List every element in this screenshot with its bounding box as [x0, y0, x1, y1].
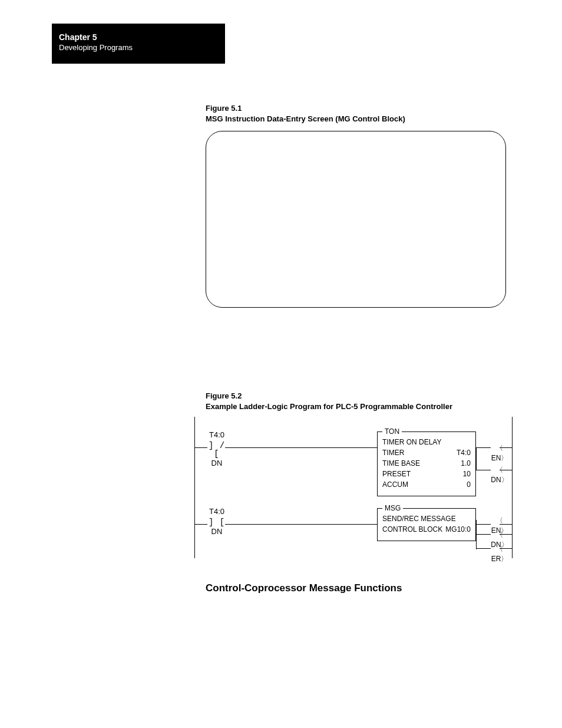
contact-bit: DN	[206, 528, 227, 536]
rung2-branch-vertical	[476, 520, 477, 549]
figure2-caption: Figure 5.2 Example Ladder-Logic Program …	[206, 391, 452, 412]
rung1-wire	[194, 447, 207, 448]
rung2-wire	[194, 524, 207, 525]
block-title: TON	[382, 427, 402, 436]
ton-instruction-block: TON TIMER ON DELAY TIMERT4:0 TIME BASE1.…	[377, 431, 476, 496]
en-output-coil: 〈 EN〉	[489, 443, 510, 463]
block-row: SEND/REC MESSAGE	[378, 513, 475, 524]
rung1-xio-contact: T4:0 ] / [ DN	[206, 431, 227, 467]
rung2-wire	[225, 524, 377, 525]
chapter-title: Developing Programs	[59, 42, 218, 53]
left-power-rail	[194, 417, 195, 558]
block-row: TIMERT4:0	[378, 447, 475, 458]
page: Chapter 5 Developing Programs Figure 5.1…	[0, 0, 562, 728]
er-output-coil: 〈 ER〉	[489, 544, 510, 564]
rung2-xic-contact: T4:0 ] [ DN	[206, 508, 227, 536]
chapter-number: Chapter 5	[59, 32, 218, 42]
block-row: TIMER ON DELAY	[378, 437, 475, 447]
figure1-number: Figure 5.1	[206, 104, 242, 113]
right-power-rail	[512, 417, 513, 558]
figure1-caption: Figure 5.1 MSG Instruction Data-Entry Sc…	[206, 103, 405, 124]
figure1-screen-outline	[206, 131, 506, 308]
block-row: CONTROL BLOCKMG10:0	[378, 524, 475, 535]
block-title: MSG	[382, 504, 403, 512]
xic-symbol: ] [	[206, 518, 227, 526]
block-row: PRESET10	[378, 469, 475, 479]
figure2-text: Example Ladder-Logic Program for PLC-5 P…	[206, 402, 452, 411]
msg-instruction-block: MSG SEND/REC MESSAGE CONTROL BLOCKMG10:0	[377, 508, 476, 541]
dn-output-coil: 〈 DN〉	[489, 465, 510, 485]
rung1-wire	[225, 447, 377, 448]
block-row: TIME BASE1.0	[378, 458, 475, 469]
contact-address: T4:0	[206, 508, 227, 516]
block-row: ACCUM0	[378, 479, 475, 490]
rung1-branch-vertical	[476, 447, 477, 470]
contact-bit: DN	[206, 459, 227, 467]
figure1-text: MSG Instruction Data-Entry Screen (MG Co…	[206, 114, 405, 123]
figure2-number: Figure 5.2	[206, 391, 242, 400]
ladder-diagram: T4:0 ] / [ DN TON TIMER ON DELAY TIMERT4…	[194, 417, 513, 564]
section-heading: Control-Coprocessor Message Functions	[206, 582, 402, 594]
contact-address: T4:0	[206, 431, 227, 439]
chapter-header: Chapter 5 Developing Programs	[52, 24, 225, 64]
xio-symbol: ] / [	[206, 442, 227, 458]
